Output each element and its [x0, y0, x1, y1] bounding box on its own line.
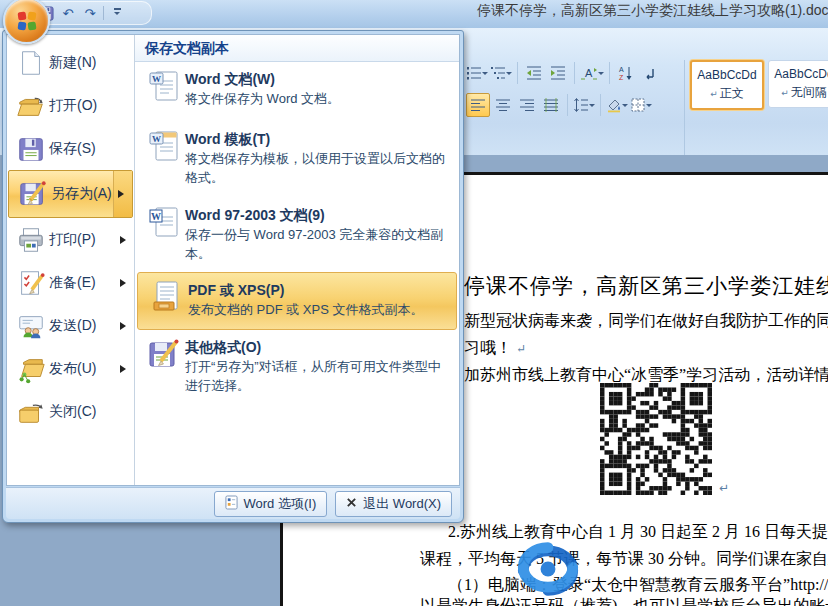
doc-paragraph: （1）电脑端：登录“太仓中智慧教育云服务平台”http://www.: [448, 575, 828, 596]
watermark-logo: [506, 536, 590, 602]
submenu-item-word-template[interactable]: W Word 模板(T) 将文档保存为模板，以便用于设置以后文档的格式。: [135, 122, 459, 198]
office-menu: 新建(N) 打开(O) 保存(S) 另存为(A): [2, 30, 464, 523]
styles-gallery: AaBbCcDd ↵正文 AaBbCcDd ↵无间隔: [690, 60, 828, 110]
menu-item-print[interactable]: 打印(P): [7, 218, 134, 261]
align-left-button[interactable]: [466, 93, 490, 117]
close-folder-icon: [13, 396, 49, 428]
borders-button[interactable]: [630, 94, 652, 116]
numbering-button[interactable]: [466, 62, 488, 84]
office-menu-footer: Word 选项(I) 退出 Word(X): [6, 487, 460, 519]
svg-text:A: A: [619, 66, 624, 73]
return-mark-icon: ↵: [781, 88, 789, 98]
submenu-item-word-97-2003[interactable]: W Word 97-2003 文档(9) 保存一份与 Word 97-2003 …: [135, 198, 459, 272]
office-menu-left-column: 新建(N) 打开(O) 保存(S) 另存为(A): [7, 35, 134, 485]
submenu-arrow-icon: [113, 171, 132, 217]
save-icon: [13, 133, 49, 165]
paragraph-mark: ↵: [516, 342, 526, 356]
doc-paragraph: 新型冠状病毒来袭，同学们在做好自我防护工作的同时，可以: [464, 311, 828, 332]
svg-text:Z: Z: [619, 74, 624, 81]
print-icon: [13, 224, 49, 256]
doc-paragraph: 课程，平均每天 5 节课，每节课 30 分钟。同学们课在家自主观看。登: [420, 549, 828, 570]
word-window: ↶ ↷ 停课不停学，高新区第三小学娄江娃线上学习攻略(1).docx - Mic…: [0, 0, 828, 606]
undo-icon[interactable]: ↶: [59, 4, 77, 22]
word-template-icon: W: [143, 129, 185, 193]
customize-caret-icon[interactable]: [108, 4, 126, 22]
return-mark-icon: ↵: [710, 89, 718, 99]
toolbar-separator: [103, 6, 104, 20]
window-title: 停课不停学，高新区第三小学娄江娃线上学习攻略(1).docx - Micr: [477, 2, 828, 20]
menu-item-save[interactable]: 保存(S): [7, 127, 134, 170]
other-formats-icon: [143, 337, 185, 401]
menu-item-send[interactable]: 发送(D): [7, 304, 134, 347]
word-options-button[interactable]: Word 选项(I): [214, 491, 328, 517]
word-97-2003-icon: W: [143, 205, 185, 267]
save-as-icon: [15, 178, 51, 210]
word-options-icon: [225, 495, 238, 513]
doc-paragraph: 2.苏州线上教育中心自 1 月 30 日起至 2 月 16 日每天提供小学一至: [448, 522, 828, 543]
decrease-indent-button[interactable]: [523, 62, 545, 84]
menu-item-prepare[interactable]: 准备(E): [7, 261, 134, 304]
svg-text:W: W: [151, 211, 161, 222]
word-document-icon: W: [143, 69, 185, 117]
submenu-arrow-icon: [116, 236, 134, 244]
submenu-item-pdf-xps[interactable]: PDF 或 XPS(P) 发布文档的 PDF 或 XPS 文件格式副本。: [137, 272, 457, 330]
menu-item-open[interactable]: 打开(O): [7, 84, 134, 127]
submenu-arrow-icon: [116, 365, 134, 373]
submenu-arrow-icon: [116, 322, 134, 330]
save-as-submenu: 保存文档副本 W Word 文档(W) 将文件保存为 Word 文档。 W Wo…: [134, 35, 459, 485]
prepare-icon: [13, 267, 49, 299]
menu-item-save-as[interactable]: 另存为(A): [8, 170, 133, 218]
exit-word-button[interactable]: 退出 Word(X): [335, 491, 452, 517]
shading-button[interactable]: [606, 94, 628, 116]
doc-paragraph: 以是学生身份证号码（推荐)，也可以是学校后台导出的账号，原始密码: [420, 596, 828, 606]
doc-heading: 停课不停学，高新区第三小学娄江娃线上学: [464, 272, 828, 300]
qr-code: [600, 383, 712, 495]
align-center-button[interactable]: [492, 94, 514, 116]
increase-indent-button[interactable]: [547, 62, 569, 84]
submenu-header: 保存文档副本: [135, 35, 459, 62]
style-no-spacing[interactable]: AaBbCcDd ↵无间隔: [768, 60, 828, 108]
align-right-button[interactable]: [516, 94, 538, 116]
multilevel-list-button[interactable]: [490, 62, 512, 84]
paragraph-mark: ↵: [719, 481, 729, 495]
submenu-item-other-formats[interactable]: 其他格式(O) 打开“另存为”对话框，从所有可用文件类型中进行选择。: [135, 330, 459, 406]
show-hide-marks-button[interactable]: [639, 62, 661, 84]
publish-icon: [13, 353, 49, 385]
doc-paragraph: 习哦！ ↵: [464, 338, 526, 359]
style-normal[interactable]: AaBbCcDd ↵正文: [690, 60, 764, 110]
justify-button[interactable]: [540, 94, 562, 116]
svg-text:A: A: [585, 67, 593, 79]
submenu-item-word-document[interactable]: W Word 文档(W) 将文件保存为 Word 文档。: [135, 62, 459, 122]
open-folder-icon: [13, 90, 49, 122]
svg-text:W: W: [152, 134, 161, 144]
office-logo-icon: [15, 9, 39, 33]
sort-button[interactable]: AZ: [615, 62, 637, 84]
submenu-arrow-icon: [116, 279, 134, 287]
new-document-icon: [13, 47, 49, 79]
paragraph-group: A AZ 段落 ◢: [466, 60, 716, 118]
line-spacing-button[interactable]: [573, 94, 595, 116]
pdf-xps-icon: [146, 280, 188, 324]
send-icon: [13, 310, 49, 342]
title-bar: ↶ ↷ 停课不停学，高新区第三小学娄江娃线上学习攻略(1).docx - Mic…: [0, 0, 828, 29]
asian-layout-button[interactable]: A: [580, 62, 604, 84]
exit-icon: [346, 496, 357, 511]
menu-item-new[interactable]: 新建(N): [7, 41, 134, 84]
redo-icon[interactable]: ↷: [81, 4, 99, 22]
svg-text:W: W: [152, 74, 161, 84]
menu-item-publish[interactable]: 发布(U): [7, 347, 134, 390]
menu-item-close[interactable]: 关闭(C): [7, 390, 134, 433]
